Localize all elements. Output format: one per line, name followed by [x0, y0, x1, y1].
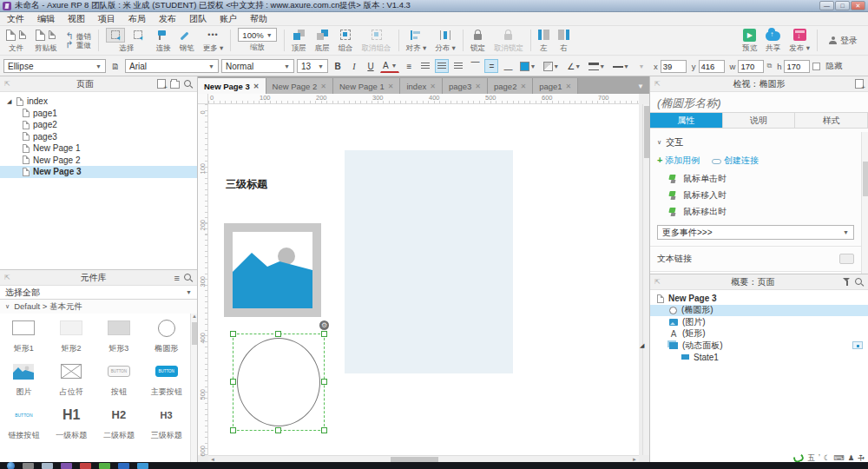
page-item-new-page-3[interactable]: New Page 3 [0, 166, 197, 178]
publish-button[interactable]: 发布 ▾ [785, 26, 814, 55]
text-link-button[interactable] [839, 254, 854, 264]
expand-caret-icon[interactable]: ◢ [640, 342, 644, 349]
send-back-button[interactable]: 底层 [311, 26, 334, 55]
resize-handle-se[interactable] [321, 427, 327, 433]
resize-handle-w[interactable] [230, 379, 236, 385]
canvas-vertical-scrollbar[interactable] [642, 104, 649, 455]
page-item-new-page-2[interactable]: New Page 2 [0, 155, 197, 167]
inspector-scrollbar[interactable] [861, 132, 868, 274]
line-spacing-button[interactable]: ≡ [402, 59, 416, 73]
create-link-link[interactable]: 创建连接 [712, 155, 759, 167]
canvas-dynamic-panel[interactable] [345, 150, 513, 373]
login-button[interactable]: 登录 [820, 26, 866, 55]
paste-icon[interactable] [36, 30, 45, 41]
search-icon[interactable] [184, 274, 193, 282]
isolate-view-icon[interactable] [852, 341, 863, 349]
widget-name-input[interactable] [657, 96, 861, 109]
fill-color-button[interactable]: ▼ [517, 59, 538, 73]
x-input[interactable] [661, 60, 687, 73]
menu-team[interactable]: 团队 [189, 13, 207, 25]
maximize-button[interactable]: □ [835, 1, 850, 10]
menu-project[interactable]: 项目 [98, 13, 115, 25]
windows-taskbar[interactable] [0, 462, 868, 469]
ime-moon-icon[interactable]: ☾ [824, 453, 831, 462]
align-right-button[interactable]: 右 [554, 26, 574, 55]
close-icon[interactable]: ✕ [566, 83, 572, 90]
widget-rect2[interactable]: 矩形2 [48, 314, 95, 357]
menu-file[interactable]: 文件 [7, 13, 24, 25]
align-button[interactable]: 对齐 ▾ [402, 26, 431, 55]
hide-checkbox[interactable] [812, 63, 820, 70]
library-scrollbar[interactable]: ▲ ▼ [190, 314, 197, 469]
tab-notes[interactable]: 说明 [723, 113, 796, 128]
outline-item-image[interactable]: (图片) [650, 316, 868, 328]
ime-user-icon[interactable]: ♟ [848, 453, 855, 462]
new-file-icon[interactable] [6, 30, 16, 41]
menu-view[interactable]: 视图 [68, 13, 85, 25]
ime-mode-icon[interactable]: 五 [807, 453, 815, 462]
canvas-h3-text[interactable]: 三级标题 [226, 177, 267, 192]
align-text-right-button[interactable] [451, 59, 465, 73]
valign-top-button[interactable]: ⎺ [468, 59, 482, 73]
tab-page2[interactable]: page2✕ [488, 78, 533, 94]
tab-index[interactable]: index✕ [400, 78, 442, 94]
close-icon[interactable]: ✕ [430, 83, 436, 90]
menu-account[interactable]: 账户 [220, 13, 237, 25]
link-wh-icon[interactable]: ⧉ [766, 62, 772, 70]
ime-keyboard-icon[interactable]: ⌨ [833, 453, 844, 462]
add-page-icon[interactable] [157, 79, 166, 89]
tab-properties[interactable]: 属性 [650, 113, 723, 128]
filter-icon[interactable] [843, 278, 851, 286]
panel-pin-icon[interactable]: ⇱ [4, 274, 13, 281]
bring-front-button[interactable]: 顶层 [287, 26, 311, 55]
resize-handle-n[interactable] [275, 331, 281, 337]
taskbar-app-icon[interactable] [80, 463, 91, 469]
h-input[interactable] [784, 60, 810, 73]
scroll-up-icon[interactable]: ▲ [191, 314, 198, 319]
search-icon[interactable] [184, 80, 193, 89]
more-events-dropdown[interactable]: 更多事件>>> ▼ [657, 225, 854, 240]
font-style-select[interactable]: Normal▼ [221, 59, 294, 73]
line-style-button[interactable]: ▼ [610, 59, 632, 73]
taskbar-app-icon[interactable] [61, 463, 72, 469]
pen-tool[interactable]: 钢笔 [175, 26, 199, 55]
widget-h3[interactable]: H3三级标题 [142, 400, 190, 444]
taskbar-app-icon[interactable] [23, 463, 34, 469]
taskbar-app-icon[interactable] [137, 463, 148, 469]
taskbar-app-icon[interactable] [42, 463, 53, 469]
library-filter-select[interactable]: 选择全部 ▼ [0, 286, 197, 300]
outline-item-dynamic-panel[interactable]: ◢ (动态面板) [650, 340, 868, 352]
clipboard-tools[interactable]: 剪贴板 [30, 26, 62, 55]
widget-placeholder[interactable]: 占位符 [48, 357, 95, 400]
resize-handle-ne[interactable] [321, 331, 327, 337]
valign-middle-button[interactable]: = [484, 59, 498, 73]
add-case-link[interactable]: + 添加用例 [657, 155, 700, 167]
shape-style-select[interactable]: Ellipse▼ [3, 59, 106, 73]
align-text-left-button[interactable] [418, 59, 432, 73]
lock-button[interactable]: 锁定 [466, 26, 490, 55]
outline-item-state1[interactable]: State1 [650, 352, 868, 364]
select-contain-button[interactable] [128, 28, 148, 43]
widget-button[interactable]: BUTTON按钮 [95, 357, 143, 400]
event-mouseenter[interactable]: 鼠标移入时 [650, 187, 861, 203]
copy-icon[interactable] [49, 30, 56, 39]
library-menu-icon[interactable]: ≡ [174, 274, 180, 282]
taskbar-app-icon[interactable] [118, 463, 129, 469]
minimize-button[interactable]: — [819, 1, 834, 10]
widget-ellipse[interactable]: 椭圆形 [142, 314, 190, 357]
resize-handle-nw[interactable] [230, 331, 236, 337]
close-button[interactable]: ✕ [851, 1, 865, 10]
distribute-button[interactable]: 分布 ▾ [431, 26, 460, 55]
resize-handle-sw[interactable] [230, 427, 236, 433]
widget-primary-button[interactable]: BUTTON主要按钮 [142, 357, 190, 400]
menu-arrange[interactable]: 布局 [128, 13, 146, 25]
add-folder-icon[interactable] [170, 81, 180, 89]
panel-pin-icon[interactable]: ⇱ [654, 80, 663, 88]
outline-item-rect[interactable]: A (矩形) [650, 328, 868, 340]
outline-item-page[interactable]: New Page 3 [650, 293, 868, 305]
close-icon[interactable]: ✕ [475, 83, 481, 90]
notes-page-icon[interactable] [855, 79, 864, 89]
close-icon[interactable]: ✕ [388, 83, 394, 90]
resize-handle-s[interactable] [275, 427, 281, 433]
font-family-select[interactable]: Arial▼ [125, 59, 219, 73]
